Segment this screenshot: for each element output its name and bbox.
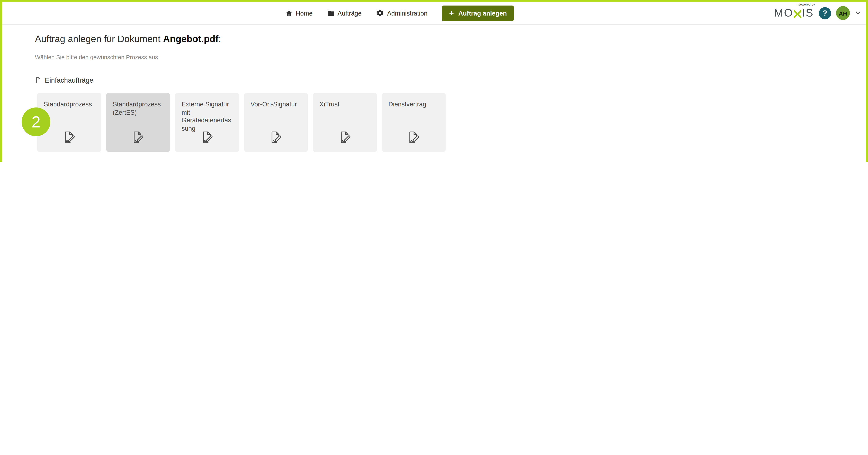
section-header-sammelauftraege: Sammelaufträge <box>35 161 96 162</box>
brand-text-right: IS <box>802 7 814 20</box>
nav-item-administration[interactable]: Administration <box>376 9 427 17</box>
top-nav: Home Aufträge Administration + Auftrag a… <box>0 2 868 25</box>
brand-text-left: MO <box>774 7 794 20</box>
moxis-logo: powered by MO IS <box>774 7 814 20</box>
powered-by-label: powered by <box>798 3 815 6</box>
sign-document-icon <box>269 131 283 144</box>
section-label: Einfachaufträge <box>45 77 93 84</box>
nav-item-label: Aufträge <box>338 10 362 16</box>
nav-item-label: Home <box>296 10 312 16</box>
page-border-top <box>0 0 868 2</box>
tile-row-einfachauftraege: Standardprozess Standardprozess (ZertES)… <box>37 93 446 152</box>
sign-document-icon <box>62 131 76 144</box>
folder-icon <box>327 9 335 17</box>
process-tile-standardprozess-zertes[interactable]: Standardprozess (ZertES) <box>106 93 170 152</box>
page-border-right <box>866 0 868 162</box>
document-icon <box>35 77 41 84</box>
create-order-label: Auftrag anlegen <box>458 10 507 16</box>
page-border-left <box>0 0 2 162</box>
plus-icon: + <box>449 9 454 17</box>
app-window: Home Aufträge Administration + Auftrag a… <box>0 0 868 162</box>
process-tile-dienstvertrag[interactable]: Dienstvertrag <box>382 93 445 152</box>
sign-document-icon <box>338 131 351 144</box>
nav-item-home[interactable]: Home <box>285 9 313 17</box>
annotation-badge-2: 2 <box>22 108 50 136</box>
gear-icon <box>376 9 384 17</box>
page-subtitle: Wählen Sie bitte den gewünschten Prozess… <box>35 54 158 60</box>
chevron-down-icon[interactable] <box>855 10 861 16</box>
page-title: Auftrag anlegen für Dokument Angebot.pdf… <box>35 34 221 45</box>
nav-item-auftraege[interactable]: Aufträge <box>327 9 362 17</box>
section-label: Sammelaufträge <box>45 161 96 162</box>
help-button[interactable]: ? <box>819 7 831 19</box>
avatar-initials: AH <box>839 10 847 16</box>
process-tile-xitrust[interactable]: XiTrust <box>313 93 377 152</box>
nav-item-label: Administration <box>387 10 428 16</box>
create-order-button[interactable]: + Auftrag anlegen <box>442 5 514 21</box>
moxis-x-icon <box>793 9 802 19</box>
sign-document-icon <box>407 131 421 144</box>
sign-document-icon <box>131 131 145 144</box>
section-header-einfachauftraege: Einfachaufträge <box>35 77 93 84</box>
question-mark-icon: ? <box>823 9 827 17</box>
sign-document-icon <box>200 131 214 144</box>
process-tile-vor-ort-signatur[interactable]: Vor-Ort-Signatur <box>244 93 308 152</box>
home-icon <box>285 9 293 17</box>
process-tile-externe-signatur[interactable]: Externe Signatur mit Gerätedatenerfassun… <box>175 93 239 152</box>
avatar[interactable]: AH <box>836 6 850 20</box>
document-name: Angebot.pdf <box>163 34 218 44</box>
moxis-page: Home Aufträge Administration + Auftrag a… <box>0 0 868 162</box>
